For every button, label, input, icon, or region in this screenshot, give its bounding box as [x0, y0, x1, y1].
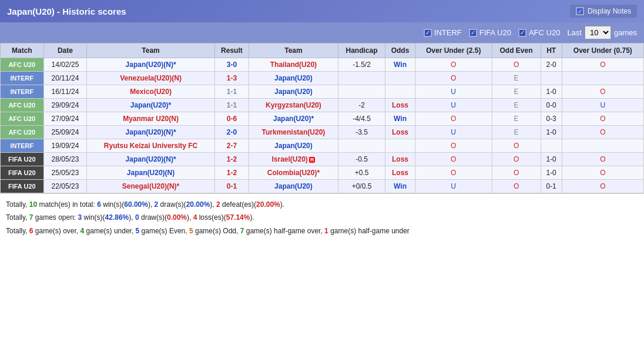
- col-ou075: Over Under (0.75): [562, 43, 643, 58]
- table-header-row: Match Date Team Result Team Handicap Odd…: [1, 43, 644, 58]
- team1-cell: Japan(U20)(N)*: [87, 58, 215, 72]
- col-ou25: Over Under (2.5): [415, 43, 492, 58]
- display-notes-label: Display Notes: [588, 7, 631, 15]
- ou25-cell: O: [415, 72, 492, 85]
- ou075-cell: O: [562, 166, 643, 180]
- handicap-cell: -4/4.5: [338, 112, 385, 126]
- team1-cell: Japan(U20)(N): [87, 166, 215, 180]
- team1-cell: Japan(U20)(N)*: [87, 153, 215, 166]
- date-cell: 27/09/24: [43, 112, 87, 126]
- page-title: Japan(U20) - Historic scores: [7, 6, 126, 16]
- handicap-cell: +0.5: [338, 166, 385, 180]
- oe-cell: O: [492, 153, 541, 166]
- last-label: Last: [567, 28, 582, 37]
- match-type-cell: INTERF: [1, 139, 44, 153]
- oe-cell: E: [492, 85, 541, 99]
- ou075-cell: O: [562, 85, 643, 99]
- interf-checkbox[interactable]: ✓: [424, 29, 432, 37]
- odds-cell: Loss: [385, 99, 415, 112]
- result-cell: 0-6: [214, 112, 249, 126]
- col-match: Match: [1, 43, 44, 58]
- oe-cell: O: [492, 139, 541, 153]
- team1-cell: Venezuela(U20)(N): [87, 72, 215, 85]
- team2-cell: Colombia(U20)*: [249, 166, 338, 180]
- filter-fifa[interactable]: ✓ FIFA U20: [469, 28, 511, 37]
- result-cell: 1-2: [214, 153, 249, 166]
- table-body: AFC U2014/02/25Japan(U20)(N)*3-0Thailand…: [1, 58, 644, 193]
- col-oe: Odd Even: [492, 43, 541, 58]
- handicap-cell: [338, 85, 385, 99]
- col-result: Result: [214, 43, 249, 58]
- result-cell: 2-0: [214, 126, 249, 139]
- handicap-cell: -2: [338, 99, 385, 112]
- ou25-cell: O: [415, 153, 492, 166]
- result-cell: 3-0: [214, 58, 249, 72]
- ht-cell: 1-0: [541, 126, 562, 139]
- ou075-cell: [562, 139, 643, 153]
- team2-cell: Turkmenistan(U20): [249, 126, 338, 139]
- match-type-cell: FIFA U20: [1, 180, 44, 193]
- ou25-cell: U: [415, 85, 492, 99]
- fifa-label: FIFA U20: [479, 28, 511, 37]
- oe-cell: E: [492, 126, 541, 139]
- afc-label: AFC U20: [529, 28, 560, 37]
- team2-cell: Kyrgyzstan(U20): [249, 99, 338, 112]
- odds-cell: Win: [385, 180, 415, 193]
- date-cell: 20/11/24: [43, 72, 87, 85]
- games-count-select[interactable]: 10 20 30: [585, 26, 611, 39]
- date-cell: 22/05/23: [43, 180, 87, 193]
- table-row: AFC U2029/09/24Japan(U20)*1-1Kyrgyzstan(…: [1, 99, 644, 112]
- table-row: FIFA U2025/05/23Japan(U20)(N)1-2Colombia…: [1, 166, 644, 180]
- col-team2: Team: [249, 43, 338, 58]
- odds-cell: Loss: [385, 166, 415, 180]
- odds-cell: Win: [385, 112, 415, 126]
- display-notes-toggle[interactable]: ✓ Display Notes: [570, 5, 637, 18]
- oe-cell: O: [492, 58, 541, 72]
- team1-cell: Ryutsu Keizai University FC: [87, 139, 215, 153]
- date-cell: 29/09/24: [43, 99, 87, 112]
- date-cell: 25/09/24: [43, 126, 87, 139]
- match-type-cell: FIFA U20: [1, 153, 44, 166]
- display-notes-checkbox[interactable]: ✓: [576, 7, 584, 15]
- fifa-checkbox[interactable]: ✓: [469, 29, 477, 37]
- afc-checkbox[interactable]: ✓: [518, 29, 526, 37]
- ou25-cell: O: [415, 112, 492, 126]
- team1-cell: Mexico(U20): [87, 85, 215, 99]
- ht-cell: 0-3: [541, 112, 562, 126]
- handicap-cell: [338, 139, 385, 153]
- ou25-cell: U: [415, 180, 492, 193]
- odds-cell: [385, 85, 415, 99]
- filter-afc[interactable]: ✓ AFC U20: [518, 28, 560, 37]
- oe-cell: E: [492, 72, 541, 85]
- filter-interf[interactable]: ✓ INTERF: [424, 28, 462, 37]
- col-date: Date: [43, 43, 87, 58]
- ou075-cell: [562, 72, 643, 85]
- historic-scores-table: Match Date Team Result Team Handicap Odd…: [0, 43, 644, 193]
- table-row: INTERF16/11/24Mexico(U20)1-1Japan(U20)UE…: [1, 85, 644, 99]
- table-row: AFC U2014/02/25Japan(U20)(N)*3-0Thailand…: [1, 58, 644, 72]
- match-type-cell: FIFA U20: [1, 166, 44, 180]
- table-row: FIFA U2028/05/23Japan(U20)(N)*1-2Israel(…: [1, 153, 644, 166]
- handicap-cell: [338, 72, 385, 85]
- handicap-cell: -3.5: [338, 126, 385, 139]
- result-cell: 2-7: [214, 139, 249, 153]
- team2-cell: Israel(U20)R: [249, 153, 338, 166]
- red-card-icon: R: [309, 157, 316, 163]
- oe-cell: E: [492, 99, 541, 112]
- match-type-cell: AFC U20: [1, 112, 44, 126]
- ht-cell: 1-0: [541, 166, 562, 180]
- team2-cell: Thailand(U20): [249, 58, 338, 72]
- last-games-selector: Last 10 20 30 games: [567, 26, 637, 39]
- ht-cell: 0-0: [541, 99, 562, 112]
- handicap-cell: -0.5: [338, 153, 385, 166]
- date-cell: 16/11/24: [43, 85, 87, 99]
- oe-cell: O: [492, 180, 541, 193]
- ht-cell: [541, 72, 562, 85]
- odds-cell: Win: [385, 58, 415, 72]
- result-cell: 1-2: [214, 166, 249, 180]
- col-team1: Team: [87, 43, 215, 58]
- ou25-cell: U: [415, 126, 492, 139]
- team2-cell: Japan(U20): [249, 180, 338, 193]
- ou075-cell: O: [562, 126, 643, 139]
- team2-cell: Japan(U20): [249, 85, 338, 99]
